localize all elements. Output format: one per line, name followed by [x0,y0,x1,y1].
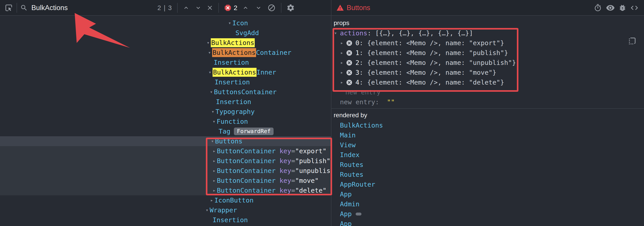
new-entry-nested-row[interactable]: new entry [332,87,644,97]
tree-row[interactable]: ▾Buttons [0,136,331,146]
settings-gear-icon[interactable] [286,3,295,12]
next-error-button[interactable] [255,4,262,11]
expand-open-icon[interactable]: ▾ [211,138,215,144]
profiler-timer-icon[interactable] [594,4,602,12]
tree-row[interactable]: ▸ButtonContainer key="delete" [0,186,331,195]
owner-name: View [340,141,356,149]
tree-row[interactable]: ▾Wrapper [0,205,331,215]
rendered-by-item[interactable]: Index [332,150,644,160]
rendered-by-item[interactable]: Routes [332,160,644,170]
tree-row[interactable]: ▸ButtonContainer key="move" [0,176,331,186]
new-entry-row[interactable]: new entry: "" [332,97,644,107]
tree-row[interactable]: ▸IconButton [0,195,331,205]
tree-row[interactable]: ▾Typography [0,107,331,116]
clear-search-icon[interactable] [206,4,214,11]
tree-row[interactable]: Insertion [0,58,331,67]
expand-open-icon[interactable]: ▾ [228,20,232,26]
tree-row[interactable]: ▾Icon [0,18,331,28]
expand-open-icon[interactable]: ▾ [334,30,340,36]
tree-row[interactable]: ▾BulkActionsContainer [0,48,331,58]
inspected-component-title: Buttons [347,4,370,12]
rendered-by-item[interactable]: BulkActions [332,120,644,130]
view-source-code-icon[interactable] [630,3,638,12]
previous-error-button[interactable] [242,4,249,11]
rendered-by-item[interactable]: App [332,219,644,226]
component-name: Insertion [212,216,248,224]
expand-open-icon[interactable]: ▾ [212,109,216,114]
array-index: 4 [356,79,359,86]
tree-row[interactable]: Insertion [0,215,331,225]
rendered-by-item[interactable]: App [332,209,644,219]
bug-debug-icon[interactable] [618,4,626,12]
owner-name: Admin [340,200,360,208]
new-entry-key[interactable]: new entry [340,98,375,106]
expand-closed-icon[interactable]: ▸ [340,40,346,46]
rendered-by-list: BulkActionsMainViewIndexRoutesRoutesAppR… [332,120,644,226]
props-section-label: props [332,16,644,28]
rendered-by-item[interactable]: Main [332,130,644,140]
key-attribute: key [280,177,291,184]
rendered-by-item[interactable]: Routes [332,170,644,179]
rendered-by-item[interactable]: App [332,189,644,199]
copy-props-icon[interactable] [628,36,637,46]
props-row-actions[interactable]: ▾actions: [{…}, {…}, {…}, {…}, {…}] [332,28,644,38]
expand-closed-icon[interactable]: ▸ [340,60,346,65]
tree-row[interactable]: Insertion [0,97,331,107]
owner-name: App [340,210,352,218]
expand-closed-icon[interactable]: ▸ [340,50,346,55]
component-name: BulkActions [212,48,256,57]
tree-row[interactable]: SvgAdd [0,28,331,38]
item-preview: {element: <Memo />, name: "move"} [367,69,496,76]
expand-closed-icon[interactable]: ▸ [213,158,217,164]
tree-row[interactable]: ▾BulkActions [0,38,331,48]
tree-row[interactable]: ▸ButtonContainer key="publish" [0,156,331,166]
expand-open-icon[interactable]: ▾ [207,40,211,45]
new-entry-value[interactable]: "" [387,98,395,106]
tree-row[interactable]: Insertion [0,77,331,87]
expand-closed-icon[interactable]: ▸ [213,148,217,154]
props-array-item-row[interactable]: ▸4: {element: <Memo />, name: "delete"} [332,77,644,87]
expand-open-icon[interactable]: ▾ [210,89,214,95]
tree-row[interactable]: TagForwardRef [0,126,331,136]
expand-closed-icon[interactable]: ▸ [213,188,217,193]
search-input[interactable] [31,3,158,12]
expand-closed-icon[interactable]: ▸ [340,80,346,85]
expand-closed-icon[interactable]: ▸ [210,198,214,203]
props-array-item-row[interactable]: ▸0: {element: <Memo />, name: "export"} [332,38,644,48]
expand-closed-icon[interactable]: ▸ [213,168,217,173]
component-name: SvgAdd [236,29,259,37]
tree-row[interactable]: ▾BulkActionsInner [0,67,331,77]
array-index: 1 [356,49,359,57]
props-array-item-row[interactable]: ▸1: {element: <Memo />, name: "publish"} [332,48,644,58]
tree-row[interactable]: ▸ButtonContainer key="export" [0,146,331,156]
next-result-button[interactable] [195,4,202,11]
expand-closed-icon[interactable]: ▸ [340,70,346,75]
expand-open-icon[interactable]: ▾ [208,70,212,75]
clear-errors-icon[interactable] [268,4,276,12]
expand-open-icon[interactable]: ▾ [206,208,210,213]
tree-row[interactable]: ▾Function [0,116,331,126]
owner-name: BulkActions [340,121,383,129]
tree-row[interactable]: ▾ButtonsContainer [0,87,331,97]
expand-open-icon[interactable]: ▾ [208,50,212,55]
component-name: Inner [256,68,276,76]
owner-name: AppRouter [340,181,375,188]
props-array-item-row[interactable]: ▸2: {element: <Memo />, name: "unpublish… [332,58,644,68]
component-name: Function [216,118,248,125]
rendered-by-item[interactable]: AppRouter [332,179,644,189]
expand-open-icon[interactable]: ▾ [212,119,216,124]
rendered-by-item[interactable]: Admin [332,199,644,209]
owner-name: App [340,190,352,198]
expand-closed-icon[interactable]: ▸ [213,178,217,183]
prop-value-preview: [{…}, {…}, {…}, {…}, {…}] [375,29,473,37]
component-name: Insertion [214,78,250,86]
rendered-by-item[interactable]: View [332,140,644,150]
previous-result-button[interactable] [182,4,190,11]
eye-inspect-icon[interactable] [606,3,615,12]
toolbar-left: 2 | 3 2 [0,0,331,16]
tree-row[interactable]: ▸ButtonContainer key="unpublish" [0,166,331,176]
owner-badge-dot [356,213,362,216]
key-attribute: key [280,187,291,194]
props-array-item-row[interactable]: ▸3: {element: <Memo />, name: "move"} [332,68,644,77]
inspect-element-icon[interactable] [4,3,13,12]
